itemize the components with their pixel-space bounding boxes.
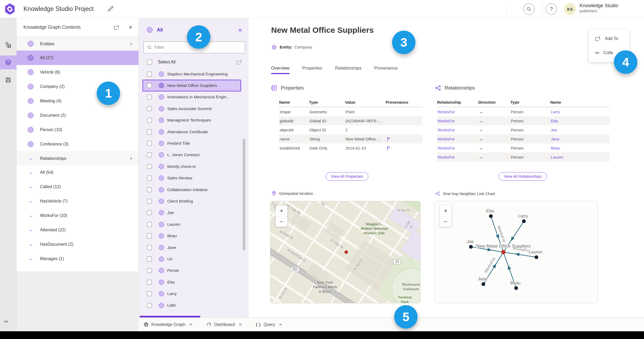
tab-properties[interactable]: Properties [302, 66, 322, 74]
chart-node-joe[interactable] [469, 245, 473, 249]
tree-item-manages[interactable]: →Manages (1) [17, 252, 138, 266]
list-item[interactable]: Lauren [139, 219, 241, 230]
add-to-new-icon[interactable] [236, 59, 242, 65]
select-all-row[interactable]: Select All [139, 56, 248, 68]
select-all-checkbox[interactable] [147, 60, 152, 65]
tree-item-all[interactable]: →All (54) [17, 165, 138, 180]
tree-item-document[interactable]: Document (2) [17, 108, 138, 123]
item-checkbox[interactable] [147, 83, 152, 88]
list-item[interactable]: Persie [139, 265, 241, 276]
relationship-name-link[interactable]: Jane [550, 137, 610, 141]
list-item[interactable]: Innovations in Mechanical Engin... [139, 91, 241, 103]
relationship-name-link[interactable]: Joe [550, 128, 610, 132]
relationship-name-link[interactable]: Lauren [550, 155, 610, 159]
section-header-relationships[interactable]: →Relationships∧ [17, 151, 138, 165]
relationship-link[interactable]: WorksFor [437, 137, 478, 141]
data-model-rail-button[interactable] [0, 38, 17, 52]
zoom-in-button[interactable]: + [440, 205, 451, 216]
item-checkbox[interactable] [147, 164, 152, 169]
item-checkbox[interactable] [147, 257, 152, 261]
list-item[interactable]: Etta [139, 276, 241, 288]
item-checkbox[interactable] [147, 199, 152, 204]
relationship-name-link[interactable]: Beau [550, 146, 610, 150]
collapse-panel-icon[interactable]: « [238, 27, 242, 33]
tree-item-hasvehicle[interactable]: →HasVehicle (7) [17, 194, 138, 208]
tree-item-vehicle[interactable]: Vehicle (6) [17, 65, 138, 79]
tree-item-worksfor[interactable]: →WorksFor (10) [17, 208, 138, 223]
bottom-tab-query[interactable]: { }Query✕ [256, 322, 282, 327]
list-scrollbar[interactable] [243, 139, 245, 251]
item-checkbox[interactable] [147, 152, 152, 157]
search-button[interactable] [523, 3, 535, 15]
list-item[interactable]: Lilith [139, 300, 241, 311]
section-header-entities[interactable]: Entities∧ [17, 37, 138, 51]
list-item[interactable]: L. Jones Contract [139, 149, 241, 161]
tree-item-meeting[interactable]: Meeting (4) [17, 94, 138, 108]
save-rail-button[interactable] [0, 73, 17, 87]
item-checkbox[interactable] [147, 245, 152, 250]
zoom-out-button[interactable]: − [440, 216, 451, 227]
list-item[interactable]: Montly check-in [139, 161, 241, 172]
item-checkbox[interactable] [147, 233, 152, 238]
close-panel-icon[interactable]: ✕ [128, 24, 133, 30]
one-hop-link-chart[interactable]: WorksForWorksForWorksForNew Metal Office… [434, 201, 598, 303]
bottom-tab-dashboard[interactable]: Dashboard✕ [206, 322, 242, 327]
view-all-relationships-button[interactable]: View All Relationships [499, 172, 547, 181]
item-checkbox[interactable] [147, 210, 152, 215]
list-item[interactable]: Jane [139, 242, 241, 253]
relationship-link[interactable]: WorksFor [437, 146, 478, 150]
provenance-flag-icon[interactable] [386, 146, 422, 151]
chart-center-node[interactable] [502, 250, 506, 254]
chart-node-lauren[interactable] [535, 255, 538, 259]
tree-item-hasdocument[interactable]: →HasDocument (2) [17, 237, 138, 252]
relationship-link[interactable]: WorksFor [437, 128, 478, 132]
chart-node-etta[interactable] [489, 214, 493, 218]
item-checkbox[interactable] [147, 95, 152, 99]
tree-item-person[interactable]: Person (10) [17, 123, 138, 137]
item-checkbox[interactable] [147, 291, 152, 296]
item-checkbox[interactable] [147, 303, 152, 308]
view-all-properties-button[interactable]: View All Properties [326, 172, 369, 181]
relationship-link[interactable]: WorksFor [437, 110, 478, 114]
tab-provenance[interactable]: Provenance [374, 66, 398, 74]
item-checkbox[interactable] [147, 141, 152, 146]
close-tab-icon[interactable]: ✕ [239, 322, 242, 327]
list-item[interactable]: Client Briefing [139, 195, 241, 207]
list-item[interactable]: Larry [139, 288, 241, 299]
close-tab-icon[interactable]: ✕ [189, 322, 193, 327]
list-item[interactable]: Beau [139, 230, 241, 241]
list-item[interactable]: Uri [139, 253, 241, 265]
zoom-out-button[interactable]: − [276, 216, 287, 227]
item-checkbox[interactable] [147, 222, 152, 227]
list-item[interactable]: Staplers Mechanical Engineering [139, 68, 241, 80]
avatar[interactable]: KS [564, 3, 576, 15]
item-checkbox[interactable] [147, 176, 152, 180]
list-item[interactable]: Firebird Title [139, 138, 241, 149]
provenance-flag-icon[interactable] [386, 136, 422, 142]
list-item[interactable]: Collaboration initiative [139, 184, 241, 195]
geospatial-map[interactable]: k RdW Clay StSaN 3rd StN 4th StMaggie L.… [270, 201, 421, 303]
item-checkbox[interactable] [147, 187, 152, 192]
chart-node-jane[interactable] [482, 282, 485, 286]
tree-item-company[interactable]: Company (2) [17, 79, 138, 94]
layers-rail-button[interactable] [0, 55, 17, 69]
item-checkbox[interactable] [147, 72, 152, 76]
relationship-link[interactable]: WorksFor [437, 119, 478, 123]
tree-item-called[interactable]: →Called (12) [17, 180, 138, 194]
add-to-new-icon[interactable] [113, 25, 119, 30]
zoom-in-button[interactable]: + [276, 205, 287, 216]
edit-title-icon[interactable] [107, 5, 115, 13]
expand-rail-button[interactable]: »» [4, 319, 8, 324]
close-tab-icon[interactable]: ✕ [279, 322, 282, 327]
item-checkbox[interactable] [147, 106, 152, 111]
item-checkbox[interactable] [147, 280, 152, 285]
item-checkbox[interactable] [147, 130, 152, 134]
tree-item-attended[interactable]: →Attended (22) [17, 223, 138, 237]
help-button[interactable]: ? [546, 3, 557, 15]
chart-node-beau[interactable] [514, 286, 518, 290]
tab-relationships[interactable]: Relationships [335, 66, 361, 74]
bottom-tab-knowledge-graph[interactable]: Knowledge Graph✕ [144, 322, 193, 327]
relationship-link[interactable]: WorksFor [437, 155, 478, 159]
chart-node-larry[interactable] [522, 219, 526, 223]
tab-overview[interactable]: Overview [271, 66, 290, 74]
